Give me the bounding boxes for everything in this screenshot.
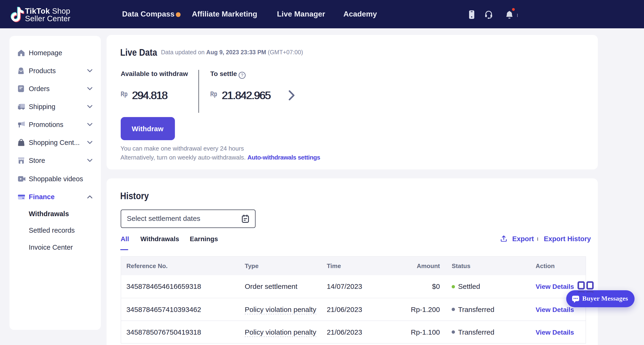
svg-text:?: ? <box>241 73 243 78</box>
